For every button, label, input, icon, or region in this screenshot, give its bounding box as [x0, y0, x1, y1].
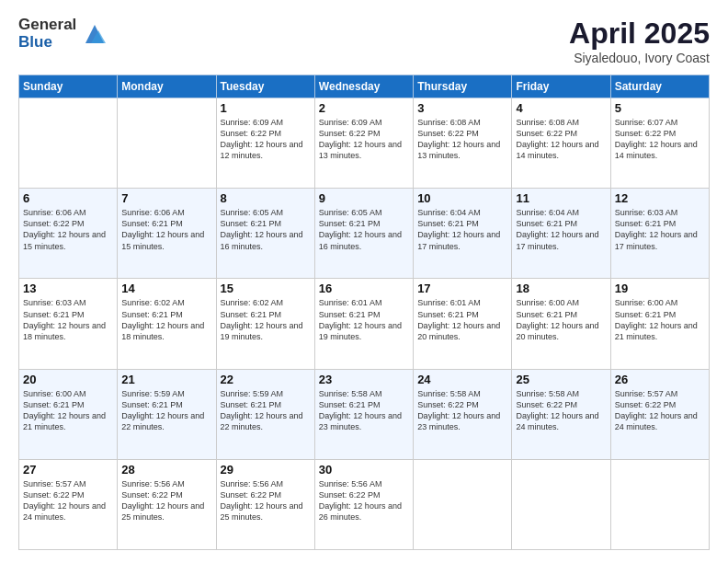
- calendar-cell: 10Sunrise: 6:04 AMSunset: 6:21 PMDayligh…: [414, 189, 512, 279]
- calendar-cell: 30Sunrise: 5:56 AMSunset: 6:22 PMDayligh…: [314, 459, 413, 549]
- day-info: Sunrise: 5:57 AMSunset: 6:22 PMDaylight:…: [23, 478, 113, 523]
- day-info: Sunrise: 5:58 AMSunset: 6:22 PMDaylight:…: [516, 388, 606, 433]
- calendar-cell: 2Sunrise: 6:09 AMSunset: 6:22 PMDaylight…: [314, 98, 413, 189]
- day-number: 7: [121, 191, 211, 205]
- calendar-cell: 20Sunrise: 6:00 AMSunset: 6:21 PMDayligh…: [19, 369, 118, 459]
- calendar-cell: [414, 459, 512, 549]
- day-number: 20: [23, 373, 113, 386]
- day-info: Sunrise: 6:09 AMSunset: 6:22 PMDaylight:…: [221, 117, 311, 162]
- calendar-cell: 23Sunrise: 5:58 AMSunset: 6:21 PMDayligh…: [314, 369, 413, 459]
- day-number: 12: [615, 191, 705, 205]
- day-number: 6: [23, 191, 113, 205]
- calendar-cell: 15Sunrise: 6:02 AMSunset: 6:21 PMDayligh…: [216, 279, 314, 369]
- calendar-week-row: 27Sunrise: 5:57 AMSunset: 6:22 PMDayligh…: [19, 459, 710, 549]
- calendar-day-header: Tuesday: [216, 75, 314, 98]
- day-number: 15: [221, 282, 311, 295]
- day-info: Sunrise: 5:56 AMSunset: 6:22 PMDaylight:…: [121, 478, 211, 523]
- calendar-week-row: 1Sunrise: 6:09 AMSunset: 6:22 PMDaylight…: [19, 98, 710, 189]
- calendar-cell: 9Sunrise: 6:05 AMSunset: 6:21 PMDaylight…: [314, 189, 413, 279]
- title-location: Siyaledouo, Ivory Coast: [569, 51, 710, 65]
- calendar-cell: 5Sunrise: 6:07 AMSunset: 6:22 PMDaylight…: [610, 98, 709, 189]
- day-number: 23: [319, 373, 409, 386]
- day-number: 25: [516, 373, 606, 386]
- calendar-cell: 4Sunrise: 6:08 AMSunset: 6:22 PMDaylight…: [512, 98, 610, 189]
- day-info: Sunrise: 6:00 AMSunset: 6:21 PMDaylight:…: [516, 297, 606, 342]
- day-info: Sunrise: 6:08 AMSunset: 6:22 PMDaylight:…: [417, 117, 507, 162]
- day-number: 1: [221, 101, 311, 115]
- day-info: Sunrise: 6:04 AMSunset: 6:21 PMDaylight:…: [417, 207, 507, 252]
- day-number: 30: [319, 463, 409, 477]
- day-info: Sunrise: 6:01 AMSunset: 6:21 PMDaylight:…: [319, 297, 409, 342]
- day-number: 2: [319, 101, 409, 115]
- day-info: Sunrise: 5:58 AMSunset: 6:22 PMDaylight:…: [417, 388, 507, 433]
- calendar-day-header: Sunday: [19, 75, 118, 98]
- day-info: Sunrise: 5:57 AMSunset: 6:22 PMDaylight:…: [615, 388, 705, 433]
- day-number: 4: [516, 101, 606, 115]
- calendar-cell: 27Sunrise: 5:57 AMSunset: 6:22 PMDayligh…: [19, 459, 118, 549]
- day-number: 8: [221, 191, 311, 205]
- calendar-cell: [512, 459, 610, 549]
- calendar-cell: 25Sunrise: 5:58 AMSunset: 6:22 PMDayligh…: [512, 369, 610, 459]
- day-info: Sunrise: 6:05 AMSunset: 6:21 PMDaylight:…: [221, 207, 311, 252]
- logo-icon: [82, 21, 108, 47]
- day-number: 18: [516, 282, 606, 295]
- day-info: Sunrise: 6:04 AMSunset: 6:21 PMDaylight:…: [516, 207, 606, 252]
- day-number: 21: [121, 373, 211, 386]
- day-info: Sunrise: 6:03 AMSunset: 6:21 PMDaylight:…: [615, 207, 705, 252]
- calendar-cell: 3Sunrise: 6:08 AMSunset: 6:22 PMDaylight…: [414, 98, 512, 189]
- day-info: Sunrise: 6:02 AMSunset: 6:21 PMDaylight:…: [121, 297, 211, 342]
- day-number: 26: [615, 373, 705, 386]
- day-number: 28: [121, 463, 211, 477]
- logo-text: General Blue: [18, 17, 76, 51]
- day-number: 13: [23, 282, 113, 295]
- calendar-cell: 8Sunrise: 6:05 AMSunset: 6:21 PMDaylight…: [216, 189, 314, 279]
- calendar-cell: 7Sunrise: 6:06 AMSunset: 6:21 PMDaylight…: [118, 189, 216, 279]
- calendar-cell: 22Sunrise: 5:59 AMSunset: 6:21 PMDayligh…: [216, 369, 314, 459]
- calendar-cell: [118, 98, 216, 189]
- day-info: Sunrise: 6:06 AMSunset: 6:22 PMDaylight:…: [23, 207, 113, 252]
- calendar-cell: 29Sunrise: 5:56 AMSunset: 6:22 PMDayligh…: [216, 459, 314, 549]
- calendar-cell: 12Sunrise: 6:03 AMSunset: 6:21 PMDayligh…: [610, 189, 709, 279]
- day-info: Sunrise: 6:06 AMSunset: 6:21 PMDaylight:…: [121, 207, 211, 252]
- calendar-cell: 18Sunrise: 6:00 AMSunset: 6:21 PMDayligh…: [512, 279, 610, 369]
- calendar-cell: 19Sunrise: 6:00 AMSunset: 6:21 PMDayligh…: [610, 279, 709, 369]
- day-number: 10: [417, 191, 507, 205]
- logo: General Blue: [18, 17, 108, 51]
- calendar-cell: [19, 98, 118, 189]
- day-info: Sunrise: 6:02 AMSunset: 6:21 PMDaylight:…: [221, 297, 311, 342]
- calendar-day-header: Wednesday: [314, 75, 413, 98]
- day-info: Sunrise: 6:00 AMSunset: 6:21 PMDaylight:…: [23, 388, 113, 433]
- day-info: Sunrise: 6:03 AMSunset: 6:21 PMDaylight:…: [23, 297, 113, 342]
- calendar-day-header: Friday: [512, 75, 610, 98]
- day-info: Sunrise: 6:00 AMSunset: 6:21 PMDaylight:…: [615, 297, 705, 342]
- day-info: Sunrise: 5:59 AMSunset: 6:21 PMDaylight:…: [221, 388, 311, 433]
- day-number: 3: [417, 101, 507, 115]
- day-info: Sunrise: 6:08 AMSunset: 6:22 PMDaylight:…: [516, 117, 606, 162]
- day-number: 22: [221, 373, 311, 386]
- calendar-cell: 28Sunrise: 5:56 AMSunset: 6:22 PMDayligh…: [118, 459, 216, 549]
- day-info: Sunrise: 6:07 AMSunset: 6:22 PMDaylight:…: [615, 117, 705, 162]
- day-info: Sunrise: 6:09 AMSunset: 6:22 PMDaylight:…: [319, 117, 409, 162]
- calendar-cell: 14Sunrise: 6:02 AMSunset: 6:21 PMDayligh…: [118, 279, 216, 369]
- day-number: 16: [319, 282, 409, 295]
- calendar-day-header: Saturday: [610, 75, 709, 98]
- calendar-cell: 17Sunrise: 6:01 AMSunset: 6:21 PMDayligh…: [414, 279, 512, 369]
- day-info: Sunrise: 5:56 AMSunset: 6:22 PMDaylight:…: [221, 478, 311, 523]
- day-number: 11: [516, 191, 606, 205]
- calendar-week-row: 13Sunrise: 6:03 AMSunset: 6:21 PMDayligh…: [19, 279, 710, 369]
- day-number: 9: [319, 191, 409, 205]
- day-number: 27: [23, 463, 113, 477]
- calendar-week-row: 20Sunrise: 6:00 AMSunset: 6:21 PMDayligh…: [19, 369, 710, 459]
- calendar-header-row: SundayMondayTuesdayWednesdayThursdayFrid…: [19, 75, 710, 98]
- day-number: 14: [121, 282, 211, 295]
- day-number: 24: [417, 373, 507, 386]
- calendar-cell: 26Sunrise: 5:57 AMSunset: 6:22 PMDayligh…: [610, 369, 709, 459]
- calendar-cell: 11Sunrise: 6:04 AMSunset: 6:21 PMDayligh…: [512, 189, 610, 279]
- calendar-table: SundayMondayTuesdayWednesdayThursdayFrid…: [18, 75, 710, 550]
- logo-general: General: [18, 17, 76, 34]
- header: General Blue April 2025 Siyaledouo, Ivor…: [18, 17, 710, 65]
- calendar-day-header: Monday: [118, 75, 216, 98]
- day-info: Sunrise: 5:56 AMSunset: 6:22 PMDaylight:…: [319, 478, 409, 523]
- calendar-week-row: 6Sunrise: 6:06 AMSunset: 6:22 PMDaylight…: [19, 189, 710, 279]
- calendar-cell: 21Sunrise: 5:59 AMSunset: 6:21 PMDayligh…: [118, 369, 216, 459]
